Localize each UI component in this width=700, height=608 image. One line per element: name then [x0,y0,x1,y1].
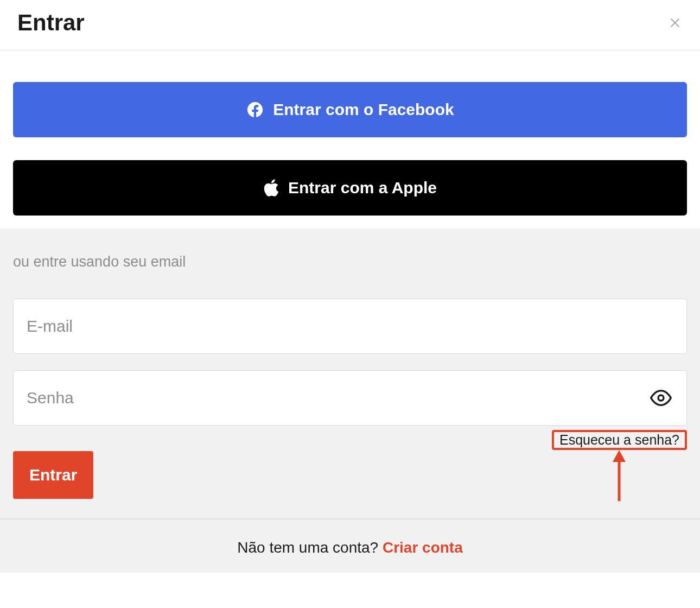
email-input-wrapper [13,299,687,354]
social-login-section: Entrar com o Facebook Entrar com a Apple [0,50,700,229]
email-login-section: ou entre usando seu email Esqueceu a sen… [0,229,700,518]
email-input[interactable] [13,299,687,354]
modal-title: Entrar [17,10,85,36]
apple-icon [263,178,279,198]
signup-prompt-text: Não tem uma conta? [237,539,383,556]
annotation-arrow-icon [608,450,630,501]
modal-header: Entrar [0,0,700,50]
facebook-button-label: Entrar com o Facebook [273,100,454,119]
forgot-password-row: Esqueceu a senha? [13,430,687,450]
password-input[interactable] [13,370,687,426]
annotation-highlight: Esqueceu a senha? [552,430,687,450]
apple-login-button[interactable]: Entrar com a Apple [13,160,687,216]
password-input-wrapper [13,370,687,426]
facebook-login-button[interactable]: Entrar com o Facebook [13,82,687,137]
svg-marker-2 [613,450,626,462]
show-password-icon[interactable] [650,387,672,409]
create-account-link[interactable]: Criar conta [383,539,463,556]
facebook-icon [246,100,264,119]
close-icon[interactable] [667,15,683,30]
apple-button-label: Entrar com a Apple [288,179,437,197]
svg-point-0 [658,395,664,401]
email-divider-text: ou entre usando seu email [13,254,687,270]
signup-footer: Não tem uma conta? Criar conta [0,518,700,573]
submit-login-button[interactable]: Entrar [13,451,93,499]
